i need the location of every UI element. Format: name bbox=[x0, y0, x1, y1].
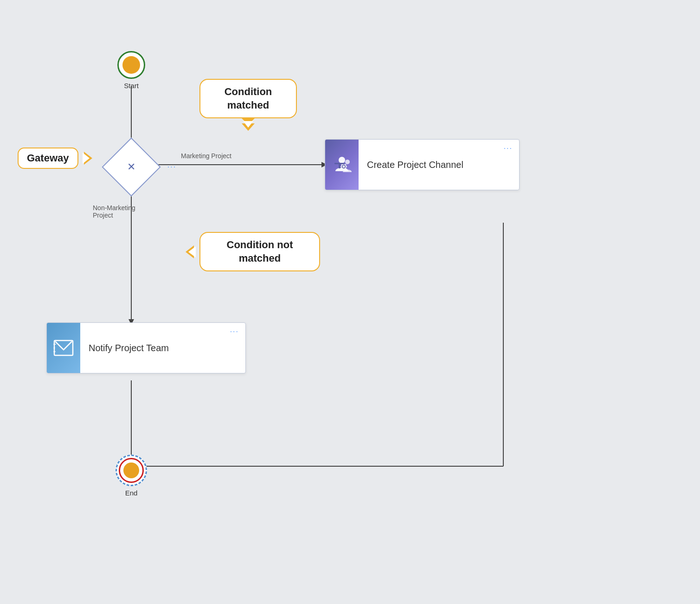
connectors-svg bbox=[0, 0, 700, 604]
start-circle bbox=[117, 51, 145, 79]
not-matched-arrow-inner bbox=[188, 246, 196, 257]
end-node: End bbox=[116, 455, 147, 497]
svg-point-11 bbox=[345, 160, 350, 164]
marketing-project-label: Marketing Project bbox=[181, 152, 231, 160]
svg-rect-23 bbox=[339, 163, 340, 168]
svg-line-20 bbox=[346, 164, 346, 165]
svg-point-13 bbox=[343, 166, 345, 168]
svg-line-18 bbox=[341, 164, 342, 165]
condition-matched-bubble: Conditionmatched bbox=[199, 79, 297, 118]
svg-line-19 bbox=[346, 168, 346, 169]
end-red-circle bbox=[119, 458, 144, 483]
gateway-dots: ··· bbox=[167, 163, 176, 171]
create-project-channel-label: Create Project Channel bbox=[359, 154, 519, 176]
gateway-icon: ✕ bbox=[127, 161, 135, 173]
email-icon-container bbox=[47, 323, 80, 373]
start-node: Start bbox=[117, 51, 145, 90]
create-project-channel-dots[interactable]: ··· bbox=[504, 144, 513, 153]
condition-not-matched-text: Condition notmatched bbox=[227, 239, 293, 264]
end-inner-circle bbox=[123, 463, 139, 478]
gateway-label-bubble: Gateway bbox=[18, 148, 78, 169]
start-inner-circle bbox=[122, 56, 140, 74]
email-icon bbox=[53, 340, 74, 356]
start-label: Start bbox=[124, 82, 139, 90]
create-project-channel-task[interactable]: Create Project Channel ··· bbox=[325, 139, 520, 190]
condition-not-matched-bubble: Condition notmatched bbox=[199, 232, 320, 271]
notify-project-team-task[interactable]: Notify Project Team ··· bbox=[46, 322, 246, 373]
gateway-node[interactable]: ✕ ··· bbox=[102, 137, 161, 196]
gateway-label: Gateway bbox=[27, 152, 69, 164]
end-dashed-circle bbox=[116, 455, 147, 486]
non-marketing-project-label: Non-Marketing Project bbox=[93, 204, 139, 219]
condition-matched-text: Conditionmatched bbox=[225, 86, 272, 111]
svg-line-21 bbox=[341, 168, 342, 169]
notify-project-team-label: Notify Project Team bbox=[80, 337, 245, 359]
notify-project-team-dots[interactable]: ··· bbox=[230, 328, 239, 336]
diagram-canvas: Start Gateway ✕ ··· Conditionmatched Mar… bbox=[0, 0, 700, 604]
end-label: End bbox=[125, 489, 138, 497]
teams-icon bbox=[331, 154, 353, 176]
svg-point-10 bbox=[339, 157, 345, 163]
teams-icon-container bbox=[325, 140, 359, 190]
